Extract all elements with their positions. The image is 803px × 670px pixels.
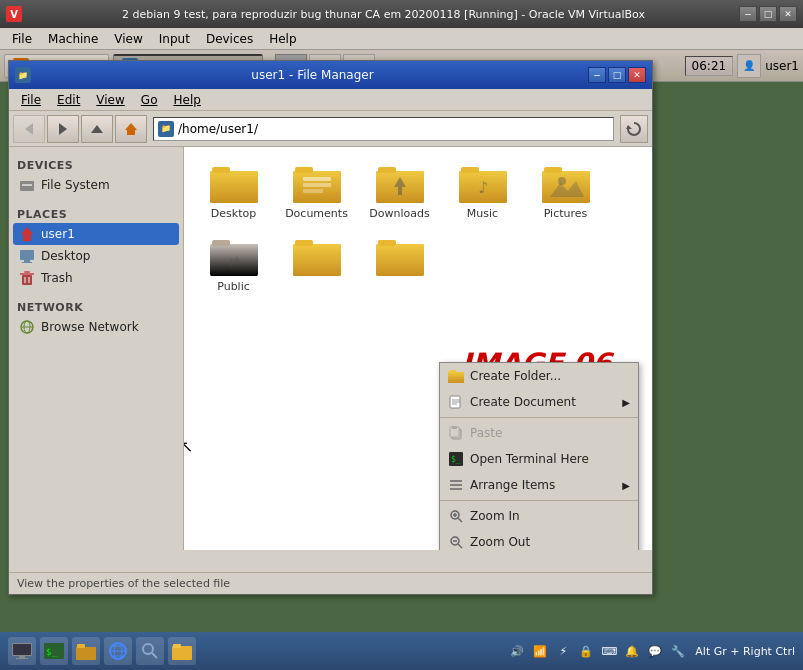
svg-rect-38 (544, 167, 562, 173)
vbox-menu-machine[interactable]: Machine (40, 30, 106, 48)
vbox-maximize-btn[interactable]: □ (759, 6, 777, 22)
mouse-cursor (184, 437, 192, 455)
svg-marker-4 (626, 125, 632, 129)
folder-downloads[interactable]: Downloads (362, 159, 437, 224)
ctx-zoom-out[interactable]: Zoom Out (440, 529, 638, 550)
address-icon: 📁 (158, 121, 174, 137)
fm-minimize-btn[interactable]: − (588, 67, 606, 83)
tray-icon-5[interactable]: ⌨ (599, 641, 619, 661)
fm-menu-help[interactable]: Help (165, 91, 208, 109)
sidebar-item-browse-network[interactable]: Browse Network (13, 316, 179, 338)
fm-toolbar: 📁 /home/user1/ (9, 111, 652, 147)
tb-icon-files[interactable] (72, 637, 100, 665)
tray-icon-1[interactable]: 🔊 (507, 641, 527, 661)
sidebar-item-trash[interactable]: Trash (13, 267, 179, 289)
vbox-menu-file[interactable]: File (4, 30, 40, 48)
address-bar[interactable]: 📁 /home/user1/ (153, 117, 614, 141)
network-icon (19, 319, 35, 335)
vbox-title: 2 debian 9 test, para reproduzir bug thu… (28, 8, 739, 21)
folder-extra2[interactable] (362, 232, 437, 297)
tray-icon-6[interactable]: 🔔 (622, 641, 642, 661)
ctx-create-document[interactable]: Create Document ▶ (440, 389, 638, 415)
open-terminal-icon: $_ (448, 451, 464, 467)
svg-rect-92 (172, 646, 192, 660)
fm-menu-go[interactable]: Go (133, 91, 166, 109)
fm-close-btn[interactable]: ✕ (628, 67, 646, 83)
ctx-create-folder-label: Create Folder... (470, 369, 561, 383)
svg-text:$_: $_ (46, 647, 57, 657)
svg-rect-43 (212, 240, 230, 246)
svg-rect-84 (77, 644, 85, 648)
alt-ctrl-label: Alt Gr + Right Ctrl (695, 645, 795, 658)
ctx-arrange-items[interactable]: Arrange Items ▶ (440, 472, 638, 498)
sidebar-item-desktop[interactable]: Desktop (13, 245, 179, 267)
folder-music[interactable]: ♪ Music (445, 159, 520, 224)
vbox-minimize-btn[interactable]: − (739, 6, 757, 22)
svg-rect-49 (376, 244, 424, 276)
up-btn[interactable] (81, 115, 113, 143)
fm-menu-view[interactable]: View (88, 91, 132, 109)
fm-maximize-btn[interactable]: □ (608, 67, 626, 83)
tray-icon-3[interactable]: ⚡ (553, 641, 573, 661)
vbox-menu-view[interactable]: View (106, 30, 150, 48)
svg-point-39 (558, 177, 566, 185)
places-section-title: PLACES (13, 204, 179, 223)
forward-btn[interactable] (47, 115, 79, 143)
home-btn[interactable] (115, 115, 147, 143)
tb-icon-terminal[interactable]: $_ (40, 637, 68, 665)
folder-pictures[interactable]: Pictures (528, 159, 603, 224)
svg-rect-26 (303, 183, 331, 187)
svg-point-90 (143, 644, 153, 654)
tb-icon-folder[interactable] (168, 637, 196, 665)
refresh-btn[interactable] (620, 115, 648, 143)
ctx-open-terminal[interactable]: $_ Open Terminal Here (440, 446, 638, 472)
vbox-icon: V (6, 6, 22, 22)
folder-public-label: Public (217, 280, 250, 293)
vbox-menu-input[interactable]: Input (151, 30, 198, 48)
ctx-zoom-in[interactable]: Zoom In (440, 503, 638, 529)
svg-line-91 (152, 653, 157, 658)
vbox-close-btn[interactable]: ✕ (779, 6, 797, 22)
svg-rect-50 (378, 240, 396, 246)
desktop-icon (19, 248, 35, 264)
tray-icon-8[interactable]: 🔧 (668, 641, 688, 661)
file-manager-window: 📁 user1 - File Manager − □ ✕ File Edit V… (8, 60, 653, 595)
sidebar-item-user1[interactable]: user1 (13, 223, 179, 245)
fm-main-area[interactable]: Desktop Documents (184, 147, 652, 550)
filesystem-icon (19, 177, 35, 193)
clock: 06:21 (685, 56, 734, 76)
folder-desktop[interactable]: Desktop (196, 159, 271, 224)
folder-extra1[interactable] (279, 232, 354, 297)
fm-menu-edit[interactable]: Edit (49, 91, 88, 109)
ctx-paste-label: Paste (470, 426, 502, 440)
user1-icon (19, 226, 35, 242)
ctx-arrange-items-label: Arrange Items (470, 478, 555, 492)
devices-section-title: DEVICES (13, 155, 179, 174)
address-text: /home/user1/ (178, 122, 258, 136)
ctx-create-folder[interactable]: Create Folder... (440, 363, 638, 389)
vbox-menu-help[interactable]: Help (261, 30, 304, 48)
paste-icon (448, 425, 464, 441)
svg-rect-21 (212, 167, 230, 173)
back-btn[interactable] (13, 115, 45, 143)
ctx-zoom-in-label: Zoom In (470, 509, 520, 523)
tray-icon-4[interactable]: 🔒 (576, 641, 596, 661)
tb-icon-browser[interactable] (104, 637, 132, 665)
create-document-arrow: ▶ (622, 397, 630, 408)
tray-icon-2[interactable]: 📶 (530, 641, 550, 661)
sidebar-item-filesystem[interactable]: File System (13, 174, 179, 196)
svg-rect-80 (16, 658, 28, 659)
tb-icon-display[interactable] (8, 637, 36, 665)
tb-icon-search[interactable] (136, 637, 164, 665)
statusbar-text: View the properties of the selected file (17, 577, 230, 590)
vbox-menu-devices[interactable]: Devices (198, 30, 261, 48)
arrange-items-icon (448, 477, 464, 493)
svg-rect-46 (293, 244, 341, 276)
fm-menu-file[interactable]: File (13, 91, 49, 109)
svg-rect-8 (20, 250, 34, 260)
ctx-sep1 (440, 417, 638, 418)
folder-public[interactable]: ⇄ Public (196, 232, 271, 297)
tray-icon-7[interactable]: 💬 (645, 641, 665, 661)
zoom-in-icon (448, 508, 464, 524)
folder-documents[interactable]: Documents (279, 159, 354, 224)
